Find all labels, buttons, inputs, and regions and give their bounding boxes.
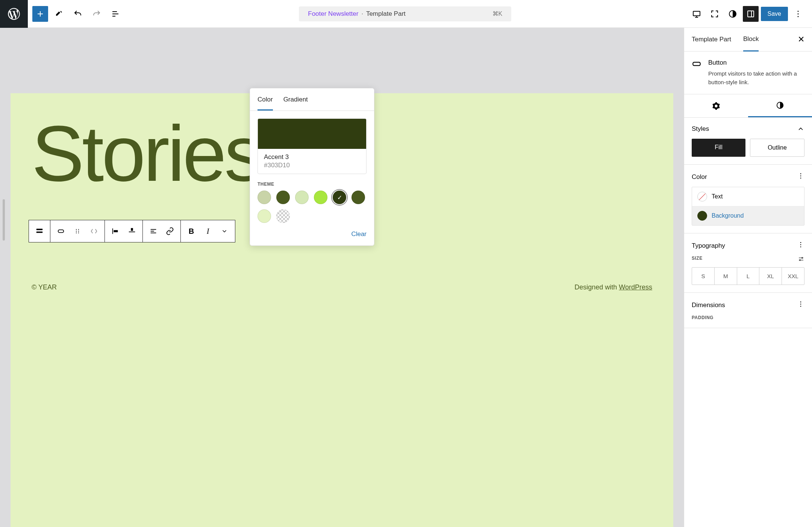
svg-point-30	[800, 242, 801, 243]
typography-panel: Typography SIZE S M L XL XXL	[684, 233, 812, 293]
color-name: Accent 3	[264, 153, 360, 161]
tab-template-part[interactable]: Template Part	[692, 28, 731, 51]
tab-color[interactable]: Color	[258, 96, 273, 111]
swatch-4-selected[interactable]	[333, 191, 346, 204]
svg-point-12	[76, 229, 77, 230]
bold-button[interactable]: B	[183, 223, 200, 239]
justify-button[interactable]	[124, 223, 140, 239]
sub-tab-styles[interactable]	[748, 94, 812, 117]
clear-button[interactable]: Clear	[250, 230, 374, 245]
align-button[interactable]	[107, 223, 124, 239]
color-options-button[interactable]	[797, 172, 804, 182]
size-label: SIZE	[692, 256, 804, 264]
doc-type: Template Part	[366, 10, 406, 18]
sidebar: Template Part Block ✕ Button Prompt visi…	[684, 28, 812, 527]
block-desc-text: Prompt visitors to take action with a bu…	[708, 70, 804, 86]
dimensions-options-button[interactable]	[797, 300, 804, 310]
fullscreen-button[interactable]	[707, 6, 723, 22]
color-item-text[interactable]: Text	[692, 187, 804, 206]
close-icon[interactable]: ✕	[798, 35, 804, 44]
edit-mode-button[interactable]	[51, 6, 67, 22]
size-xxl-button[interactable]: XXL	[782, 268, 804, 285]
svg-rect-18	[112, 229, 113, 234]
swatch-0[interactable]	[258, 191, 271, 204]
undo-button[interactable]	[70, 6, 86, 22]
color-swatch-large	[258, 119, 366, 149]
styles-header[interactable]: Styles	[692, 125, 804, 133]
size-s-button[interactable]: S	[692, 268, 714, 285]
color-preview[interactable]: Accent 3 #303D10	[258, 118, 367, 174]
size-m-button[interactable]: M	[714, 268, 737, 285]
style-outline-button[interactable]: Outline	[750, 139, 804, 157]
svg-rect-19	[114, 230, 118, 232]
document-title-wrap: Footer Newsletter · Template Part ⌘K	[128, 6, 683, 21]
svg-rect-22	[151, 229, 156, 230]
tab-gradient[interactable]: Gradient	[283, 96, 308, 111]
color-popover: Color Gradient Accent 3 #303D10 THEME	[250, 88, 374, 246]
svg-point-27	[800, 173, 801, 174]
block-toolbar: B I	[29, 220, 235, 242]
list-view-button[interactable]	[108, 6, 123, 22]
tab-block[interactable]: Block	[743, 28, 759, 51]
svg-point-37	[800, 306, 801, 307]
padding-label: PADDING	[692, 315, 804, 320]
svg-point-7	[798, 13, 799, 14]
redo-button[interactable]	[89, 6, 105, 22]
svg-point-35	[800, 301, 801, 303]
swatch-2[interactable]	[295, 191, 309, 204]
desktop-view-button[interactable]	[689, 6, 704, 22]
color-header: Color	[692, 172, 804, 182]
swatch-1[interactable]	[276, 191, 290, 204]
add-block-button[interactable]	[32, 6, 48, 22]
swatch-grid	[250, 191, 374, 230]
move-button[interactable]	[86, 223, 102, 239]
chevron-up-icon	[797, 125, 804, 133]
svg-rect-0	[112, 11, 117, 12]
contrast-button[interactable]	[725, 6, 741, 22]
background-color-swatch	[697, 211, 707, 221]
italic-button[interactable]: I	[200, 223, 216, 239]
link-button[interactable]	[162, 223, 178, 239]
sidebar-tabs: Template Part Block ✕	[684, 28, 812, 51]
svg-point-6	[798, 11, 799, 12]
svg-rect-9	[36, 229, 43, 230]
typography-options-button[interactable]	[797, 241, 804, 250]
wp-logo[interactable]	[0, 0, 28, 28]
svg-point-34	[800, 260, 801, 261]
more-format-button[interactable]	[216, 223, 233, 239]
size-xl-button[interactable]: XL	[759, 268, 782, 285]
style-fill-button[interactable]: Fill	[692, 139, 745, 157]
swatch-transparent[interactable]	[276, 209, 290, 223]
block-type-button[interactable]	[53, 223, 69, 239]
size-l-button[interactable]: L	[737, 268, 759, 285]
svg-point-32	[800, 247, 801, 248]
main: Stories Subscribe © YEAR Designed with W…	[0, 28, 812, 527]
text-color-swatch	[697, 192, 707, 201]
text-align-button[interactable]	[145, 223, 162, 239]
svg-rect-1	[112, 14, 118, 14]
sub-tabs	[684, 94, 812, 118]
save-button[interactable]: Save	[761, 7, 788, 21]
document-title[interactable]: Footer Newsletter · Template Part ⌘K	[299, 6, 511, 21]
color-panel: Color Text Background	[684, 165, 812, 233]
more-options-button[interactable]	[790, 6, 806, 22]
settings-panel-button[interactable]	[743, 6, 759, 22]
swatch-3[interactable]	[314, 191, 327, 204]
svg-point-8	[798, 16, 799, 17]
sub-tab-settings[interactable]	[684, 94, 748, 117]
scroll-handle-left[interactable]	[3, 199, 5, 241]
typography-header: Typography	[692, 241, 804, 250]
button-block-icon	[692, 59, 701, 86]
svg-point-17	[78, 232, 79, 233]
swatch-5[interactable]	[351, 191, 365, 204]
swatch-6[interactable]	[258, 209, 271, 223]
svg-rect-23	[151, 231, 154, 232]
shortcut-hint: ⌘K	[492, 10, 503, 17]
drag-handle[interactable]	[69, 223, 86, 239]
style-buttons: Fill Outline	[692, 139, 804, 157]
block-parent-button[interactable]	[31, 223, 48, 239]
wordpress-link[interactable]: WordPress	[619, 283, 652, 291]
dimensions-header: Dimensions	[692, 300, 804, 310]
color-item-background[interactable]: Background	[692, 206, 804, 225]
size-settings-icon[interactable]	[798, 256, 804, 264]
